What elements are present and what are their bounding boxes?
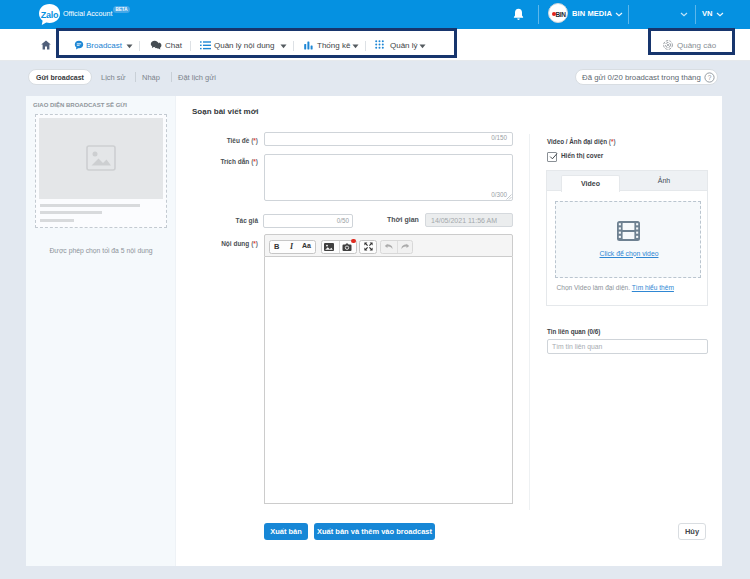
svg-text:Zalo: Zalo (41, 10, 59, 20)
svg-text:?: ? (708, 73, 712, 80)
